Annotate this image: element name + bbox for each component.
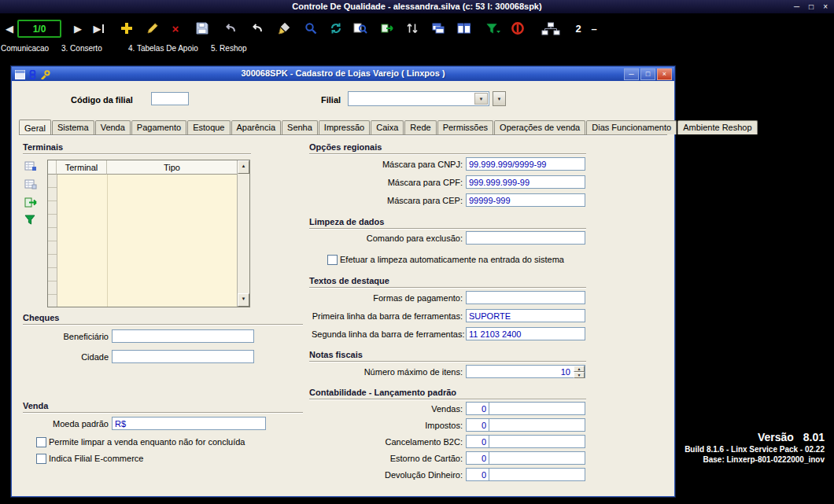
cancelamento-b2c-desc-input[interactable] bbox=[489, 435, 585, 448]
menu-item-reshop[interactable]: 5. Reshop bbox=[211, 44, 247, 53]
mascara-cep-input[interactable] bbox=[466, 193, 585, 207]
child-titlebar: 300068SPK - Cadastro de Lojas Varejo ( L… bbox=[12, 67, 674, 81]
filial-combobox[interactable]: ▼ bbox=[348, 91, 489, 106]
tab-sistema[interactable]: Sistema bbox=[52, 120, 94, 134]
comando-exclusao-input[interactable] bbox=[466, 231, 585, 245]
devolucao-dinheiro-code-input[interactable] bbox=[466, 468, 489, 481]
main-title: Controle De Qualidade - alessandra.silva… bbox=[0, 2, 834, 11]
max-itens-spinner[interactable]: ▲ ▼ bbox=[574, 366, 585, 377]
vendas-code-input[interactable] bbox=[466, 402, 489, 415]
save-icon[interactable] bbox=[195, 20, 209, 36]
tab-operacoes-de-venda[interactable]: Operações de venda bbox=[494, 120, 585, 134]
cancelamento-b2c-code-input[interactable] bbox=[466, 435, 489, 448]
grid-insert-icon[interactable] bbox=[24, 160, 37, 174]
scroll-down-icon[interactable]: ▼ bbox=[238, 293, 249, 307]
cidade-input[interactable] bbox=[112, 350, 254, 363]
spin-down-icon[interactable]: ▼ bbox=[574, 372, 585, 378]
undo-icon[interactable] bbox=[250, 20, 264, 36]
estorno-cartao-desc-input[interactable] bbox=[489, 451, 585, 465]
tab-geral[interactable]: Geral bbox=[19, 120, 51, 135]
segunda-linha-label: Segunda linha da barra de ferramentas: bbox=[312, 329, 463, 339]
tab-venda[interactable]: Venda bbox=[95, 120, 131, 134]
formas-pagamento-input[interactable] bbox=[466, 291, 585, 304]
tab-permissoes[interactable]: Permissões bbox=[437, 120, 493, 134]
export-icon[interactable] bbox=[380, 20, 394, 36]
tab-dias-funcionamento[interactable]: Dias Funcionamento bbox=[586, 120, 677, 134]
mascara-cpf-input[interactable] bbox=[466, 175, 585, 189]
minimize-button[interactable]: ─ bbox=[794, 2, 799, 11]
vendas-desc-input[interactable] bbox=[489, 402, 585, 415]
child-close-button[interactable]: × bbox=[657, 68, 672, 80]
nav-prev-icon[interactable]: ◀ bbox=[2, 20, 17, 36]
nav-next-icon[interactable]: ▶ bbox=[71, 20, 85, 36]
tab-impressao[interactable]: Impressão bbox=[319, 120, 370, 134]
max-itens-input[interactable] bbox=[466, 365, 585, 378]
max-itens-label: Número máximo de itens: bbox=[312, 367, 463, 377]
filial-combo-arrow-icon[interactable]: ▼ bbox=[474, 93, 488, 105]
maximize-button[interactable]: □ bbox=[809, 2, 814, 11]
tab-aparencia[interactable]: Aparência bbox=[231, 120, 282, 134]
scroll-up-icon[interactable]: ▲ bbox=[238, 160, 249, 174]
impostos-desc-input[interactable] bbox=[489, 418, 585, 432]
codigo-filial-input[interactable] bbox=[151, 92, 189, 105]
opcoes-regionais-group-header: Opções regionais bbox=[309, 142, 586, 154]
terminais-grid[interactable]: Terminal Tipo ▲ ▼ bbox=[47, 160, 250, 307]
cascade-windows-icon[interactable] bbox=[431, 20, 445, 36]
grid-corner-cell bbox=[48, 160, 57, 175]
tab-estoque[interactable]: Estoque bbox=[187, 120, 230, 134]
moeda-padrao-input[interactable] bbox=[112, 417, 266, 430]
component-icon[interactable] bbox=[28, 68, 37, 83]
nav-last-icon[interactable]: ▶ bbox=[91, 20, 105, 36]
collapse-icon[interactable]: – bbox=[587, 20, 601, 36]
search-icon[interactable] bbox=[304, 20, 318, 36]
search-document-icon[interactable] bbox=[353, 20, 367, 36]
grid-filter-icon[interactable] bbox=[24, 215, 37, 228]
filter-icon[interactable] bbox=[486, 20, 500, 36]
refresh-icon[interactable] bbox=[329, 20, 343, 36]
estorno-cartao-code-input[interactable] bbox=[466, 451, 489, 465]
cancel-icon[interactable] bbox=[223, 20, 238, 36]
limpeza-automatica-checkbox[interactable] bbox=[327, 255, 338, 265]
mascara-cnpj-input[interactable] bbox=[466, 157, 585, 171]
wrench-icon[interactable] bbox=[40, 68, 50, 83]
edit-pencil-icon[interactable] bbox=[145, 20, 159, 36]
brush-icon[interactable] bbox=[277, 20, 291, 36]
tab-caixa[interactable]: Caixa bbox=[371, 120, 404, 134]
impostos-code-input[interactable] bbox=[466, 418, 489, 432]
close-button[interactable]: × bbox=[823, 2, 828, 11]
add-icon[interactable] bbox=[120, 20, 134, 36]
mascara-cpf-label: Máscara para CPF: bbox=[312, 178, 463, 187]
grid-vertical-scrollbar[interactable]: ▲ ▼ bbox=[237, 160, 249, 307]
cidade-label: Cidade bbox=[22, 352, 109, 362]
stop-icon[interactable] bbox=[511, 20, 525, 36]
permite-limpar-checkbox[interactable] bbox=[36, 437, 46, 447]
tab-ambiente-reshop[interactable]: Ambiente Reshop bbox=[677, 120, 757, 134]
filial-ecommerce-label: Indica Filial E-commerce bbox=[49, 454, 143, 463]
menu-item-conserto[interactable]: 3. Conserto bbox=[61, 44, 102, 53]
filial-dropdown-button[interactable]: ▼ bbox=[493, 91, 506, 106]
menu-item-comunicacao[interactable]: Comunicacao bbox=[1, 44, 49, 53]
beneficiario-label: Beneficiário bbox=[22, 332, 109, 341]
tile-windows-icon[interactable] bbox=[456, 20, 471, 36]
grid-column-terminal[interactable]: Terminal bbox=[57, 160, 107, 175]
tab-pagamento[interactable]: Pagamento bbox=[131, 120, 186, 134]
filial-ecommerce-checkbox[interactable] bbox=[36, 454, 46, 464]
grid-body[interactable] bbox=[48, 175, 238, 307]
primeira-linha-input[interactable] bbox=[466, 309, 585, 322]
spin-up-icon[interactable]: ▲ bbox=[574, 366, 585, 372]
child-maximize-button[interactable]: □ bbox=[640, 68, 655, 80]
grid-copy-icon[interactable] bbox=[24, 178, 37, 192]
child-minimize-button[interactable]: ─ bbox=[624, 68, 639, 80]
beneficiario-input[interactable] bbox=[112, 329, 254, 343]
delete-icon[interactable]: × bbox=[168, 20, 183, 36]
sort-icon[interactable] bbox=[405, 20, 419, 36]
tab-rede[interactable]: Rede bbox=[404, 120, 436, 134]
tab-senha[interactable]: Senha bbox=[282, 120, 318, 134]
flowchart-icon[interactable] bbox=[541, 20, 560, 36]
system-menu-icon[interactable] bbox=[15, 68, 25, 83]
segunda-linha-input[interactable] bbox=[466, 327, 585, 340]
devolucao-dinheiro-desc-input[interactable] bbox=[489, 468, 585, 481]
menu-item-tabelas-de-apoio[interactable]: 4. Tabelas De Apoio bbox=[128, 44, 198, 53]
grid-column-tipo[interactable]: Tipo bbox=[107, 160, 238, 175]
grid-export-icon[interactable] bbox=[24, 197, 37, 210]
